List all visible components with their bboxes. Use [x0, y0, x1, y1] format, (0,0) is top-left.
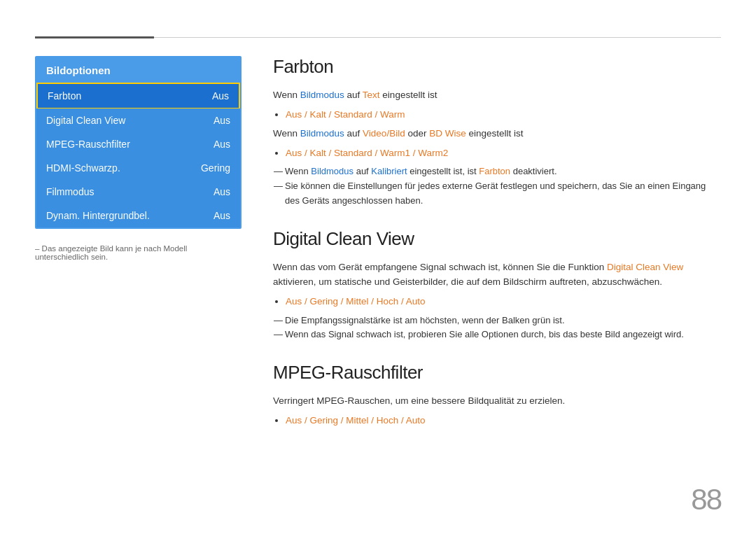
text-highlight-1: Text [363, 90, 380, 100]
dcv-dash-1: Die Empfangssignalstärke ist am höchsten… [276, 314, 721, 328]
farbton-bullet-2: Aus / Kalt / Standard / Warm1 / Warm2 [286, 146, 721, 161]
menu-item-value: Aus [214, 210, 230, 221]
menu-item-label: Farbton [48, 90, 81, 101]
option-list-1: Aus / Kalt / Standard / Warm [286, 109, 405, 120]
menu-item-digital-clean-view[interactable]: Digital Clean ViewAus [36, 108, 240, 132]
menu-item-filmmodus[interactable]: FilmmodusAus [36, 180, 240, 204]
bildmodus-1: Bildmodus [300, 90, 344, 100]
farbton-text-1: Wenn Bildmodus auf Text eingestellt ist [273, 87, 721, 103]
dcv-bullet-1: Aus / Gering / Mittel / Hoch / Auto [286, 294, 721, 309]
option-list-2: Aus / Kalt / Standard / Warm1 / Warm2 [286, 148, 448, 158]
menu-item-value: Aus [214, 115, 230, 126]
menu-item-mpeg-rauschfilter[interactable]: MPEG-RauschfilterAus [36, 132, 240, 156]
footnote: – Das angezeigte Bild kann je nach Model… [35, 244, 241, 261]
videobild-highlight: Video/Bild [363, 128, 405, 139]
menu-item-label: HDMI-Schwarzp. [46, 162, 120, 174]
top-line-accent [35, 36, 154, 38]
kalibriert-highlight: Kalibriert [371, 166, 407, 176]
menu-item-hdmi-schwarzp.[interactable]: HDMI-Schwarzp.Gering [36, 156, 240, 180]
farbton-highlight: Farbton [479, 166, 510, 176]
mpeg-bullet-1: Aus / Gering / Mittel / Hoch / Auto [286, 413, 721, 428]
dcv-highlight: Digital Clean View [607, 262, 683, 272]
dash-item-2: Sie können die Einstellungen für jedes e… [276, 179, 721, 209]
menu-item-dynam.-hintergrundbel.[interactable]: Dynam. Hintergrundbel.Aus [36, 204, 240, 227]
menu-item-value: Aus [214, 186, 230, 197]
dcv-dash-2: Wenn das Signal schwach ist, probieren S… [276, 328, 721, 342]
section-mpeg: MPEG-Rauschfilter Verringert MPEG-Rausch… [273, 362, 721, 428]
menu-box: Bildoptionen FarbtonAusDigital Clean Vie… [35, 56, 241, 229]
bullet-item: Aus / Gering / Mittel / Hoch / Auto [286, 294, 721, 309]
section-digital-clean-view: Digital Clean View Wenn das vom Gerät em… [273, 228, 721, 342]
farbton-bullet-1: Aus / Kalt / Standard / Warm [286, 107, 721, 122]
right-content: Farbton Wenn Bildmodus auf Text eingeste… [273, 56, 721, 447]
farbton-text-2: Wenn Bildmodus auf Video/Bild oder BD Wi… [273, 126, 721, 141]
page-number: 88 [691, 483, 721, 517]
bullet-item: Aus / Gering / Mittel / Hoch / Auto [286, 413, 721, 428]
menu-item-value: Aus [212, 90, 229, 101]
section-farbton: Farbton Wenn Bildmodus auf Text eingeste… [273, 56, 721, 209]
section-title-farbton: Farbton [273, 56, 721, 78]
farbton-dash-list: Wenn Bildmodus auf Kalibriert eingestell… [276, 164, 721, 208]
bdwise-highlight: BD Wise [429, 128, 466, 139]
menu-items-list: FarbtonAusDigital Clean ViewAusMPEG-Raus… [36, 83, 240, 227]
left-panel: Bildoptionen FarbtonAusDigital Clean Vie… [35, 56, 241, 261]
menu-item-label: Filmmodus [46, 186, 94, 197]
menu-header: Bildoptionen [36, 57, 240, 83]
mpeg-options: Aus / Gering / Mittel / Hoch / Auto [286, 415, 426, 426]
mpeg-text-1: Verringert MPEG-Rauschen, um eine besser… [273, 393, 721, 409]
top-line-separator [154, 37, 721, 38]
menu-item-label: MPEG-Rauschfilter [46, 139, 130, 150]
bildmodus-3: Bildmodus [311, 166, 354, 176]
dash-item-1: Wenn Bildmodus auf Kalibriert eingestell… [276, 164, 721, 179]
menu-item-value: Gering [201, 162, 230, 174]
bullet-item: Aus / Kalt / Standard / Warm1 / Warm2 [286, 146, 721, 161]
section-title-mpeg: MPEG-Rauschfilter [273, 362, 721, 384]
dcv-text-1: Wenn das vom Gerät empfangene Signal sch… [273, 260, 721, 290]
menu-item-farbton[interactable]: FarbtonAus [36, 83, 240, 109]
menu-item-value: Aus [214, 139, 230, 150]
bildmodus-2: Bildmodus [300, 128, 344, 139]
bullet-item: Aus / Kalt / Standard / Warm [286, 107, 721, 122]
dcv-dash-list: Die Empfangssignalstärke ist am höchsten… [276, 314, 721, 343]
dcv-options: Aus / Gering / Mittel / Hoch / Auto [286, 296, 426, 307]
section-title-dcv: Digital Clean View [273, 228, 721, 250]
top-decorative-lines [35, 36, 721, 38]
menu-item-label: Digital Clean View [46, 115, 125, 126]
menu-item-label: Dynam. Hintergrundbel. [46, 210, 150, 221]
